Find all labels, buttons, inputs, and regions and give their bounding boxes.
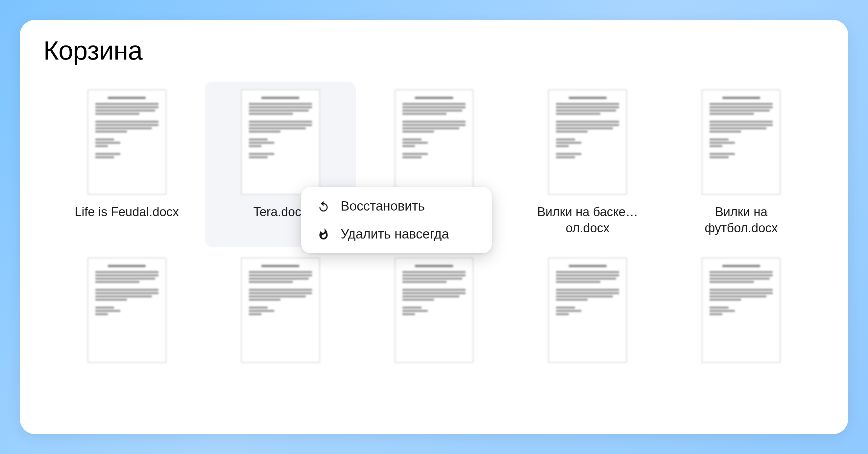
file-item[interactable] xyxy=(205,250,356,383)
trash-panel: Корзина Life is Feudal.docx xyxy=(20,20,848,434)
menu-label: Восстановить xyxy=(341,199,425,213)
delete-forever-menu-item[interactable]: Удалить навсегда xyxy=(301,220,492,248)
document-thumbnail xyxy=(88,258,166,363)
document-thumbnail xyxy=(548,258,627,363)
document-thumbnail xyxy=(241,89,320,195)
document-thumbnail xyxy=(88,89,166,195)
page-title: Корзина xyxy=(43,35,825,66)
restore-menu-item[interactable]: Восстановить xyxy=(301,192,492,220)
document-thumbnail xyxy=(395,258,473,363)
file-item[interactable]: Life is Feudal.docx xyxy=(51,82,202,247)
file-item[interactable] xyxy=(512,250,663,383)
file-item[interactable] xyxy=(51,250,202,383)
file-name: Вилки на баске…ол.docx xyxy=(528,204,647,237)
context-menu: Восстановить Удалить навсегда xyxy=(301,187,492,253)
fire-icon xyxy=(317,228,330,241)
file-item[interactable]: Вилки на баске…ол.docx xyxy=(512,82,663,247)
document-thumbnail xyxy=(702,258,780,363)
file-item[interactable]: Вилки на футбол.docx xyxy=(666,82,817,247)
document-thumbnail xyxy=(702,89,780,195)
menu-label: Удалить навсегда xyxy=(341,227,449,241)
file-name: Вилки на футбол.docx xyxy=(682,204,800,237)
file-item[interactable] xyxy=(359,250,509,383)
file-name: Life is Feudal.docx xyxy=(74,204,179,220)
file-name: Tera.docx xyxy=(253,204,307,220)
document-thumbnail xyxy=(548,89,627,195)
file-item[interactable] xyxy=(666,250,817,383)
restore-icon xyxy=(317,200,330,213)
document-thumbnail xyxy=(241,258,320,363)
document-thumbnail xyxy=(395,89,473,195)
